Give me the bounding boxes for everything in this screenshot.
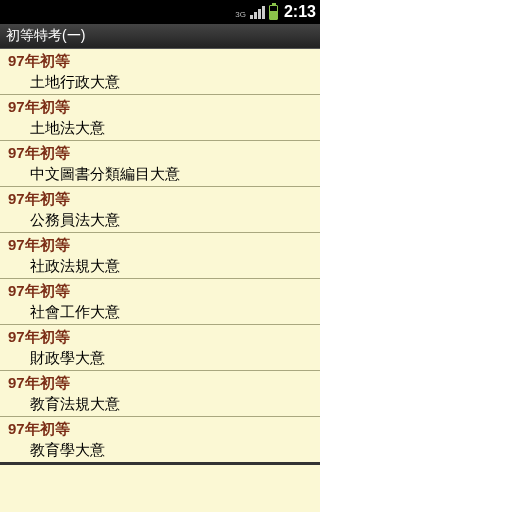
page-title: 初等特考(一) — [0, 24, 320, 49]
item-subtitle: 社政法規大意 — [8, 255, 314, 276]
item-subtitle: 教育學大意 — [8, 439, 314, 460]
exam-list[interactable]: 97年初等 土地行政大意 97年初等 土地法大意 97年初等 中文圖書分類編目大… — [0, 49, 320, 512]
item-title: 97年初等 — [8, 144, 314, 163]
list-item[interactable]: 97年初等 社政法規大意 — [0, 233, 320, 279]
list-item[interactable]: 97年初等 公務員法大意 — [0, 187, 320, 233]
item-title: 97年初等 — [8, 98, 314, 117]
item-subtitle: 社會工作大意 — [8, 301, 314, 322]
item-subtitle: 教育法規大意 — [8, 393, 314, 414]
item-subtitle: 土地法大意 — [8, 117, 314, 138]
item-subtitle: 中文圖書分類編目大意 — [8, 163, 314, 184]
item-subtitle: 土地行政大意 — [8, 71, 314, 92]
list-item[interactable]: 97年初等 土地法大意 — [0, 95, 320, 141]
item-title: 97年初等 — [8, 236, 314, 255]
battery-icon — [269, 5, 278, 20]
item-title: 97年初等 — [8, 190, 314, 209]
list-item[interactable]: 97年初等 中文圖書分類編目大意 — [0, 141, 320, 187]
list-item[interactable]: 97年初等 教育學大意 — [0, 417, 320, 465]
item-title: 97年初等 — [8, 282, 314, 301]
item-title: 97年初等 — [8, 374, 314, 393]
signal-icon — [250, 5, 265, 19]
item-title: 97年初等 — [8, 328, 314, 347]
clock: 2:13 — [284, 3, 316, 21]
list-item[interactable]: 97年初等 社會工作大意 — [0, 279, 320, 325]
list-item[interactable]: 97年初等 土地行政大意 — [0, 49, 320, 95]
network-3g-icon: 3G — [235, 5, 246, 20]
status-bar: 3G 2:13 — [0, 0, 320, 24]
item-title: 97年初等 — [8, 52, 314, 71]
item-subtitle: 公務員法大意 — [8, 209, 314, 230]
list-item[interactable]: 97年初等 財政學大意 — [0, 325, 320, 371]
item-subtitle: 財政學大意 — [8, 347, 314, 368]
item-title: 97年初等 — [8, 420, 314, 439]
list-item[interactable]: 97年初等 教育法規大意 — [0, 371, 320, 417]
device-frame: 3G 2:13 初等特考(一) 97年初等 土地行政大意 97年初等 土地法大意… — [0, 0, 320, 512]
